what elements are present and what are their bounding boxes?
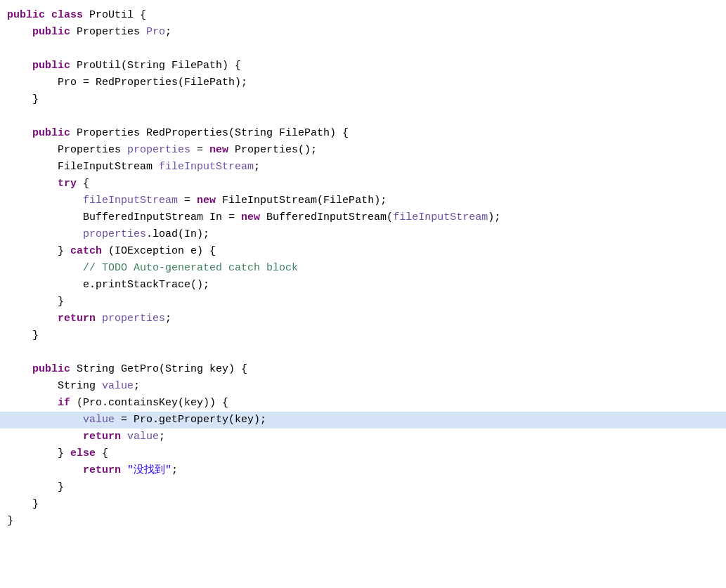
indent — [7, 74, 58, 91]
indent — [7, 361, 32, 378]
token-plain: = Pro.getProperty(key); — [115, 412, 266, 429]
token-plain: .load(In); — [146, 226, 209, 243]
token-plain: ; — [254, 159, 260, 176]
indent — [7, 91, 32, 108]
indent — [7, 243, 58, 260]
indent — [7, 445, 58, 462]
token-plain: { — [77, 176, 89, 192]
code-line: public Properties RedProperties(String F… — [0, 125, 726, 142]
token-plain: ProUtil(String FilePath) { — [70, 58, 241, 74]
token-plain: } — [32, 496, 39, 513]
code-line: FileInputStream fileInputStream; — [0, 159, 726, 176]
token-plain: = — [178, 192, 197, 209]
code-line: public String GetPro(String key) { — [0, 361, 726, 378]
token-plain: } — [58, 479, 64, 496]
code-line: fileInputStream = new FileInputStream(Fi… — [0, 192, 726, 209]
code-line: properties.load(In); — [0, 226, 726, 243]
indent — [7, 58, 32, 74]
token-kw: public — [32, 361, 70, 378]
token-plain: String GetPro(String key) { — [70, 361, 247, 378]
token-plain: ; — [159, 429, 165, 445]
token-kw: return — [83, 462, 121, 479]
indent — [7, 462, 83, 479]
token-var: value — [102, 378, 134, 395]
token-plain: Properties(); — [228, 142, 317, 159]
token-kw: try — [58, 176, 77, 192]
token-var: fileInputStream — [393, 209, 488, 226]
token-kw: catch — [70, 243, 102, 260]
token-plain — [96, 311, 102, 327]
code-line: } — [0, 294, 726, 311]
token-plain: (IOException e) { — [102, 243, 216, 260]
token-plain: FileInputStream(FilePath); — [216, 192, 387, 209]
code-line: // TODO Auto-generated catch block — [0, 260, 726, 277]
token-plain: ; — [171, 462, 178, 479]
indent — [7, 260, 83, 277]
indent — [7, 125, 32, 142]
code-line: } else { — [0, 445, 726, 462]
token-plain: BufferedInputStream( — [260, 209, 393, 226]
code-line — [0, 108, 726, 125]
token-plain: Properties — [58, 142, 127, 159]
code-line: public Properties Pro; — [0, 24, 726, 41]
token-var: Pro — [146, 24, 165, 41]
code-line: } — [0, 91, 726, 108]
code-line: e.printStackTrace(); — [0, 277, 726, 294]
indent — [7, 142, 58, 159]
indent — [7, 176, 58, 192]
token-plain: ); — [488, 209, 500, 226]
indent — [7, 311, 58, 327]
token-plain: } — [32, 327, 39, 344]
token-plain: FileInputStream — [58, 159, 159, 176]
code-line: public ProUtil(String FilePath) { — [0, 58, 726, 74]
indent — [7, 226, 83, 243]
code-line: return value; — [0, 429, 726, 445]
code-editor: public class ProUtil { public Properties… — [0, 0, 726, 588]
token-plain: (Pro.containsKey(key)) { — [70, 395, 228, 412]
token-kw: new — [209, 142, 228, 159]
token-var: properties — [83, 226, 146, 243]
code-line: } — [0, 496, 726, 513]
token-kw: return — [58, 311, 96, 327]
indent — [7, 412, 83, 429]
token-kw: public — [7, 7, 45, 24]
code-line: Pro = RedProperties(FilePath); — [0, 74, 726, 91]
token-kw: public — [32, 125, 70, 142]
token-plain: } — [7, 513, 13, 530]
token-plain: { — [96, 445, 108, 462]
token-plain — [45, 7, 51, 24]
indent — [7, 378, 58, 395]
token-kw: public — [32, 24, 70, 41]
code-line: String value; — [0, 378, 726, 395]
token-plain: } — [58, 243, 70, 260]
code-line: } catch (IOException e) { — [0, 243, 726, 260]
code-line: try { — [0, 176, 726, 192]
token-kw: new — [197, 192, 216, 209]
indent — [7, 192, 83, 209]
indent — [7, 327, 32, 344]
code-line — [0, 344, 726, 361]
token-plain: Pro = RedProperties(FilePath); — [58, 74, 247, 91]
token-plain: } — [58, 294, 64, 311]
token-kw: return — [83, 429, 121, 445]
token-plain: Properties RedProperties(String FilePath… — [70, 125, 349, 142]
code-line: public class ProUtil { — [0, 7, 726, 24]
code-line: } — [0, 513, 726, 530]
token-plain: BufferedInputStream In = — [83, 209, 241, 226]
indent — [7, 395, 58, 412]
token-plain: = — [190, 142, 209, 159]
token-kw: public — [32, 58, 70, 74]
token-plain: ; — [134, 378, 140, 395]
token-plain: ; — [165, 311, 171, 327]
code-line: value = Pro.getProperty(key); — [0, 412, 726, 429]
token-plain: ProUtil { — [83, 7, 146, 24]
code-line: Properties properties = new Properties()… — [0, 142, 726, 159]
token-var: properties — [127, 142, 190, 159]
indent — [7, 209, 83, 226]
token-var: value — [127, 429, 159, 445]
token-plain — [121, 462, 127, 479]
indent — [7, 429, 83, 445]
token-plain — [121, 429, 127, 445]
indent — [7, 24, 32, 41]
code-line: return properties; — [0, 311, 726, 327]
